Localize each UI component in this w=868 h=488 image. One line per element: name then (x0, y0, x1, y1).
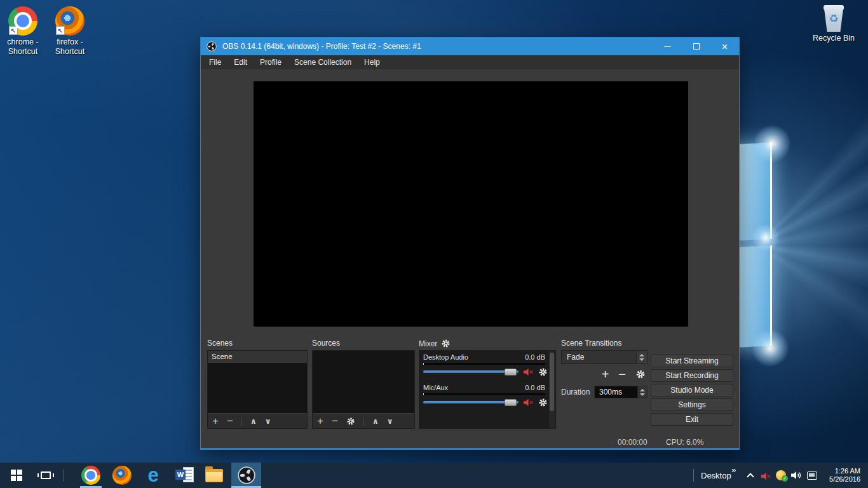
antivirus-shield-icon (776, 470, 786, 480)
preview-canvas (254, 81, 688, 327)
scene-list-item[interactable]: Scene (208, 351, 307, 363)
taskbar-edge-button[interactable]: e (140, 463, 166, 488)
duration-spinbox[interactable]: 300ms (594, 386, 648, 398)
taskbar-firefox-button[interactable] (109, 463, 135, 488)
taskbar-separator (693, 469, 694, 482)
mixer-channel-mic-aux: Mic/Aux 0.0 dB (423, 384, 545, 412)
taskbar-obs-button[interactable] (231, 463, 261, 488)
close-button[interactable]: × (710, 37, 739, 55)
action-center-button[interactable] (807, 463, 817, 488)
source-properties-gear-icon[interactable] (346, 417, 355, 426)
desktop-toolbar-label[interactable]: Desktop (701, 463, 731, 488)
toolbar-overflow-chevron[interactable]: » (731, 457, 736, 482)
firefox-icon (112, 466, 132, 485)
status-cpu: CPU: 6.0% (666, 438, 703, 447)
tray-antivirus-button[interactable] (776, 463, 786, 488)
toolbar-separator (241, 417, 242, 426)
menu-help[interactable]: Help (358, 55, 386, 69)
transition-toolbar: + − (561, 368, 648, 381)
duration-label: Duration (561, 386, 590, 398)
tray-audio-app-button[interactable] (761, 463, 771, 488)
taskbar-clock[interactable]: 1:26 AM 5/26/2016 (824, 463, 860, 488)
remove-transition-button[interactable]: − (618, 369, 626, 380)
menu-file[interactable]: File (203, 55, 227, 69)
tray-volume-button[interactable] (791, 463, 803, 488)
mute-speaker-icon[interactable] (524, 368, 534, 376)
menu-edit[interactable]: Edit (227, 55, 254, 69)
mixer-scrollbar-thumb[interactable] (550, 353, 554, 411)
clock-date: 5/26/2016 (824, 475, 860, 484)
mute-speaker-icon[interactable] (524, 398, 534, 407)
exit-button[interactable]: Exit (651, 413, 733, 426)
volume-slider-handle[interactable] (505, 399, 517, 406)
desktop-icon-chrome-shortcut[interactable]: chrome - Shortcut (3, 6, 43, 57)
obs-titlebar[interactable]: OBS 0.14.1 (64bit, windows) - Profile: T… (201, 37, 739, 55)
minimize-button[interactable] (653, 37, 682, 55)
spinner-down-icon[interactable] (639, 358, 644, 361)
move-scene-down-button[interactable]: ∨ (265, 417, 271, 426)
remove-scene-button[interactable]: − (227, 416, 233, 426)
mixer-header: Mixer (419, 339, 451, 348)
wallpaper-burst (751, 329, 789, 367)
mixer-scrollbar[interactable] (549, 351, 555, 428)
desktop-icon-label: firefox - Shortcut (50, 37, 90, 57)
move-source-up-button[interactable]: ∧ (372, 417, 379, 426)
channel-gear-icon[interactable] (538, 398, 548, 407)
volume-meter (423, 393, 545, 395)
recycle-symbol-icon: ♻ (822, 12, 845, 25)
start-recording-button[interactable]: Start Recording (651, 369, 733, 382)
menu-profile[interactable]: Profile (254, 55, 288, 69)
duration-value: 300ms (599, 386, 622, 398)
windows-logo-icon (11, 470, 22, 481)
chrome-icon (81, 466, 100, 485)
start-streaming-button[interactable]: Start Streaming (651, 355, 733, 367)
menu-scene-collection[interactable]: Scene Collection (288, 55, 358, 69)
tray-show-hidden-icons-button[interactable] (748, 463, 753, 488)
desktop-icon-label: Recycle Bin (811, 34, 857, 43)
taskbar-word-button[interactable]: W (172, 463, 198, 488)
start-button[interactable] (4, 463, 29, 488)
file-explorer-icon (205, 469, 223, 482)
settings-button[interactable]: Settings (651, 398, 733, 411)
maximize-icon (693, 43, 700, 50)
chevron-up-icon (747, 473, 754, 480)
mixer-settings-gear-icon[interactable] (441, 339, 451, 348)
channel-level: 0.0 dB (525, 384, 545, 393)
desktop-icon-firefox-shortcut[interactable]: firefox - Shortcut (50, 6, 90, 57)
clock-time: 1:26 AM (824, 467, 860, 475)
taskbar-chrome-button[interactable] (78, 463, 104, 488)
spinner-down-icon[interactable] (640, 393, 645, 396)
duration-spinner[interactable] (637, 386, 647, 398)
move-source-down-button[interactable]: ∨ (387, 417, 393, 426)
remove-source-button[interactable]: − (332, 416, 338, 426)
transition-properties-gear-icon[interactable] (635, 369, 646, 379)
transition-select-spinner[interactable] (636, 351, 647, 363)
recycle-bin-lid (824, 5, 844, 10)
add-scene-button[interactable]: + (212, 416, 219, 426)
wallpaper-burst (752, 224, 780, 252)
add-source-button[interactable]: + (317, 416, 323, 426)
spinner-up-icon[interactable] (639, 354, 644, 356)
firefox-icon (55, 6, 85, 36)
mixer-panel: Desktop Audio 0.0 dB Mic/Aux 0.0 dB (419, 350, 556, 429)
mixer-header-label: Mixer (419, 339, 437, 348)
move-scene-up-button[interactable]: ∧ (250, 417, 257, 426)
transition-selected-value: Fade (567, 351, 584, 363)
taskbar-file-explorer-button[interactable] (201, 463, 227, 488)
toolbar-separator (363, 417, 364, 426)
studio-mode-button[interactable]: Studio Mode (651, 384, 733, 396)
task-view-button[interactable] (33, 463, 58, 488)
spinner-up-icon[interactable] (640, 389, 645, 391)
volume-slider-handle[interactable] (505, 369, 517, 376)
obs-logo-icon (238, 466, 255, 484)
shortcut-arrow-icon (56, 26, 65, 35)
chrome-icon (8, 6, 37, 36)
shortcut-arrow-icon (9, 26, 18, 35)
wallpaper-burst (753, 125, 791, 163)
desktop-icon-recycle-bin[interactable]: ♻ Recycle Bin (811, 5, 857, 43)
transition-select[interactable]: Fade (561, 350, 648, 364)
maximize-button[interactable] (682, 37, 710, 55)
channel-gear-icon[interactable] (538, 367, 548, 377)
scenes-panel: Scene + − ∧ ∨ (207, 350, 308, 429)
add-transition-button[interactable]: + (602, 369, 609, 380)
